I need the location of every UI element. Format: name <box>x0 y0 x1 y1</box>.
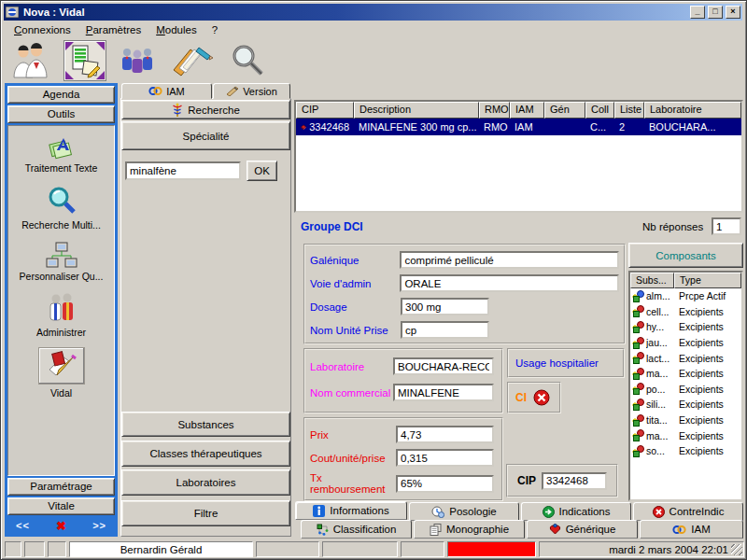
tab-iam-top[interactable]: IAM <box>121 83 212 99</box>
result-row-selected[interactable]: 3342468 MINALFENE 300 mg cp... RMO IAM C… <box>296 119 741 135</box>
col-laboratoire[interactable]: Laboratoire <box>644 102 741 119</box>
iam-rings-icon <box>672 525 686 535</box>
molecule-icon <box>632 290 644 302</box>
nb-reponses-field[interactable] <box>712 217 741 235</box>
col-coll[interactable]: Coll <box>585 102 614 119</box>
col-type[interactable]: Type <box>674 273 741 288</box>
tab-posologie[interactable]: Posologie <box>409 502 519 521</box>
close-button[interactable]: × <box>726 6 740 19</box>
minimize-button[interactable]: _ <box>690 6 705 19</box>
menu-help[interactable]: ? <box>205 23 224 36</box>
recherche-header: Recherche <box>121 100 290 119</box>
nom-commercial-field[interactable] <box>393 384 494 401</box>
status-alert-indicator <box>447 541 536 557</box>
col-cip[interactable]: CIP <box>296 102 354 119</box>
col-liste[interactable]: Liste <box>614 102 644 119</box>
composant-row[interactable]: hy...Excipients <box>630 319 741 335</box>
composant-row[interactable]: alm...Prcpe Actif <box>630 288 741 304</box>
patients-icon[interactable] <box>9 43 50 78</box>
composant-row[interactable]: so...Excipients <box>630 443 741 459</box>
voie-field[interactable] <box>400 274 619 292</box>
laboratoire-field[interactable] <box>393 357 494 375</box>
composant-row[interactable]: lact...Excipients <box>630 350 741 366</box>
contraindication-icon <box>533 389 550 406</box>
cell-laboratoire: BOUCHARA... <box>644 121 741 133</box>
menu-connexions[interactable]: Connexions <box>7 23 78 36</box>
iam-rings-icon <box>148 86 162 96</box>
sidebar-tab-agenda[interactable]: Agenda <box>7 86 115 104</box>
col-iam[interactable]: IAM <box>510 102 544 119</box>
tab-generique[interactable]: Générique <box>527 520 638 539</box>
tab-version-top[interactable]: Version <box>213 83 290 99</box>
sidebar-item-vidal[interactable]: Vidal <box>8 347 114 399</box>
substance-name: alm... <box>646 290 677 301</box>
tab-label: Monographie <box>446 524 509 535</box>
users-icon[interactable] <box>120 46 155 76</box>
col-description[interactable]: Description <box>354 102 479 119</box>
col-rmo[interactable]: RMO <box>479 102 510 119</box>
red-x-icon <box>653 506 665 518</box>
clock-icon <box>431 506 444 518</box>
menu-modules[interactable]: Modules <box>149 23 203 36</box>
classes-therapeutiques-button[interactable]: Classes thérapeutiques <box>121 441 290 467</box>
sidebar-item-label: Personnaliser Qu... <box>20 271 104 282</box>
search-icon[interactable] <box>230 43 265 78</box>
composant-row[interactable]: ma...Excipients <box>630 366 741 382</box>
tx-field[interactable] <box>396 475 494 493</box>
sidebar-item-administrer[interactable]: Administrer <box>8 292 114 338</box>
sidebar-item-traitement-texte[interactable]: Traitement Texte <box>8 135 114 174</box>
cell-cip: 3342468 <box>309 121 349 133</box>
vidal-book-icon[interactable] <box>168 42 217 79</box>
app-icon <box>6 7 19 18</box>
sidebar-tab-outils[interactable]: Outils <box>7 105 115 123</box>
prix-field[interactable] <box>396 426 494 443</box>
tab-contreindic[interactable]: ContreIndic <box>633 502 743 521</box>
tab-monographie[interactable]: Monographie <box>414 520 525 539</box>
composant-row[interactable]: jau...Excipients <box>630 335 741 351</box>
col-gen[interactable]: Gén <box>544 102 585 119</box>
menu-parametres[interactable]: Paramètres <box>79 23 148 36</box>
tab-iam-bottom[interactable]: IAM <box>640 520 743 539</box>
sidebar-tab-vitale[interactable]: Vitale <box>7 497 115 515</box>
nav-close-button[interactable]: ✖ <box>56 519 66 533</box>
galenique-field[interactable] <box>400 251 619 269</box>
search-input[interactable] <box>125 161 241 180</box>
composant-row[interactable]: sili...Excipients <box>630 397 741 413</box>
sidebar-tab-parametrage[interactable]: Paramétrage <box>7 478 115 496</box>
unite-field[interactable] <box>401 321 489 339</box>
composant-row[interactable]: cell...Excipients <box>630 304 741 320</box>
nav-prev-button[interactable]: << <box>16 520 30 531</box>
status-user: Bernardin Gérald <box>69 541 253 557</box>
sidebar-item-recherche-multi[interactable]: Recherche Multi... <box>8 185 114 231</box>
unite-label: Nom Unité Prise <box>310 325 401 336</box>
composant-row[interactable]: ma...Excipients <box>630 427 741 443</box>
substances-button[interactable]: Substances <box>121 412 290 437</box>
specialite-button[interactable]: Spécialité <box>121 121 290 150</box>
nav-next-button[interactable]: >> <box>92 520 106 531</box>
cout-field[interactable] <box>396 449 494 467</box>
sidebar-item-label: Recherche Multi... <box>21 219 101 231</box>
col-substance[interactable]: Subs... <box>630 273 674 288</box>
sidebar-item-label: Administrer <box>36 327 86 338</box>
composant-row[interactable]: po...Excipients <box>630 382 741 398</box>
tab-indications[interactable]: Indications <box>521 502 631 521</box>
title-bar: Nova : Vidal _ □ × <box>4 4 742 21</box>
filtre-button[interactable]: Filtre <box>121 500 290 526</box>
resize-grip[interactable] <box>731 544 742 555</box>
green-arrow-icon <box>543 506 555 518</box>
voie-label: Voie d'admin <box>310 278 400 289</box>
substance-type: Prcpe Actif <box>679 290 741 301</box>
ok-button[interactable]: OK <box>247 161 277 181</box>
composant-row[interactable]: tita...Excipients <box>630 413 741 428</box>
tab-classification[interactable]: Classification <box>301 520 412 539</box>
laboratoires-button[interactable]: Laboratoires <box>121 469 290 496</box>
prescription-icon[interactable] <box>63 40 106 81</box>
sidebar-item-personnaliser[interactable]: Personnaliser Qu... <box>8 242 114 282</box>
tab-informations[interactable]: Informations <box>295 501 407 520</box>
status-cell-1 <box>5 541 21 557</box>
maximize-button[interactable]: □ <box>708 6 723 19</box>
dosage-field[interactable] <box>401 298 489 315</box>
tab-label: IAM <box>691 524 710 535</box>
cip-field[interactable] <box>542 472 607 490</box>
tab-label: Informations <box>330 505 388 516</box>
